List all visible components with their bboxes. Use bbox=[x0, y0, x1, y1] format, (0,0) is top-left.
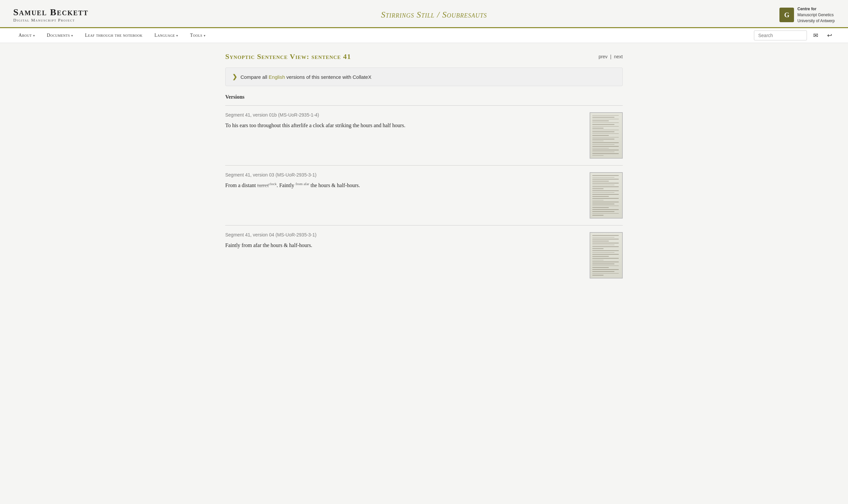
ms-line bbox=[592, 179, 619, 179]
ms-line bbox=[592, 175, 619, 176]
ms-line bbox=[592, 213, 619, 214]
version-text-2: From a distant turretclock. Faintly from… bbox=[225, 181, 583, 191]
ms-line bbox=[592, 275, 603, 275]
ms-line bbox=[592, 267, 609, 268]
version-strikethrough-turret: turret bbox=[257, 182, 269, 188]
main-nav: About ▾ Documents ▾ Leaf through the not… bbox=[0, 27, 848, 43]
ms-line bbox=[592, 191, 619, 191]
collatex-text: Compare all English versions of this sen… bbox=[241, 74, 371, 80]
ms-line bbox=[592, 128, 603, 128]
nav-sep: | bbox=[610, 54, 612, 59]
ms-line bbox=[592, 146, 619, 146]
ms-line bbox=[592, 239, 619, 239]
ms-line bbox=[592, 115, 619, 115]
ms-line bbox=[592, 144, 615, 145]
version-header-2: Segment 41, version 03 (MS-UoR-2935-3-1) bbox=[225, 172, 583, 178]
ms-page-3 bbox=[590, 233, 622, 278]
version-text-3: Faintly from afar the hours & half-hours… bbox=[225, 241, 583, 250]
manuscript-thumbnail-1[interactable] bbox=[590, 112, 623, 159]
version-text-3-content: Faintly from afar the hours & half-hours… bbox=[225, 242, 312, 248]
search-input[interactable] bbox=[754, 31, 807, 40]
ms-line bbox=[592, 183, 619, 183]
ms-page-2 bbox=[590, 173, 622, 218]
ms-line bbox=[592, 211, 615, 212]
ms-line bbox=[592, 200, 603, 201]
ms-line bbox=[592, 202, 619, 202]
ms-line bbox=[592, 186, 619, 187]
ms-line bbox=[592, 250, 619, 251]
ms-line bbox=[592, 150, 619, 150]
version-text-2-from: From a distant bbox=[225, 182, 257, 188]
ms-line bbox=[592, 155, 603, 156]
ms-line bbox=[592, 264, 615, 264]
ms-line bbox=[592, 252, 615, 253]
ms-line bbox=[592, 237, 615, 238]
ms-line bbox=[592, 142, 619, 143]
login-icon: ↩ bbox=[827, 32, 832, 39]
version-ms-ref-3: (MS-UoR-2935-3-1) bbox=[276, 232, 317, 237]
version-super-clock: clock bbox=[269, 182, 277, 186]
ms-line bbox=[592, 181, 609, 181]
ms-line bbox=[592, 248, 603, 249]
nav-right-area: ✉ ↩ bbox=[754, 30, 835, 41]
nav-language-arrow: ▾ bbox=[176, 34, 178, 37]
logo-char: G bbox=[784, 11, 790, 19]
ms-line bbox=[592, 241, 609, 241]
ms-line bbox=[592, 188, 603, 189]
nav-tools-label: Tools bbox=[190, 33, 202, 38]
versions-label: Versions bbox=[225, 94, 623, 100]
nav-tools-arrow: ▾ bbox=[204, 34, 206, 37]
page-title: Synoptic Sentence View: sentence 41 bbox=[225, 52, 351, 61]
version-ms-ref-1-inner: MS-UoR-2935-1-4 bbox=[280, 112, 317, 118]
version-content-1: Segment 41, version 01b (MS-UoR-2935-1-4… bbox=[225, 112, 583, 130]
ms-line bbox=[592, 256, 609, 257]
ms-line bbox=[592, 131, 615, 132]
ms-line bbox=[592, 119, 619, 119]
version-text-2-hours: the hours & half-hours. bbox=[310, 182, 360, 188]
prev-link[interactable]: prev bbox=[599, 54, 607, 59]
nav-language-label: Language bbox=[154, 33, 175, 38]
ms-page-1 bbox=[590, 113, 622, 158]
collatex-language-link[interactable]: English bbox=[269, 74, 285, 80]
manuscript-thumbnail-3[interactable] bbox=[590, 232, 623, 278]
institution-name-line1: Centre for bbox=[797, 6, 835, 12]
version-ms-ref-1: (MS-UoR-2935-1-4) bbox=[278, 112, 319, 118]
nav-leaf-label: Leaf through the notebook bbox=[85, 33, 142, 38]
ms-line bbox=[592, 254, 619, 255]
version-text-1: To his ears too throughout this afterlif… bbox=[225, 121, 583, 130]
ms-line bbox=[592, 135, 609, 136]
manuscript-thumbnail-2[interactable] bbox=[590, 172, 623, 219]
nav-tools[interactable]: Tools ▾ bbox=[185, 28, 211, 43]
institution-name-line2: Manuscript Genetics bbox=[797, 12, 835, 18]
ms-line bbox=[592, 141, 603, 141]
version-ms-ref-2: (MS-UoR-2935-3-1) bbox=[276, 172, 317, 178]
collatex-before: Compare all bbox=[241, 74, 269, 80]
institution-logo: G Centre for Manuscript Genetics Univers… bbox=[779, 6, 835, 24]
nav-documents-arrow: ▾ bbox=[71, 34, 73, 37]
version-block-2: Segment 41, version 03 (MS-UoR-2935-3-1)… bbox=[225, 165, 623, 225]
nav-leaf[interactable]: Leaf through the notebook bbox=[80, 28, 148, 43]
ms-line bbox=[592, 198, 619, 199]
ms-line bbox=[592, 152, 615, 152]
ms-line bbox=[592, 177, 615, 178]
ms-line bbox=[592, 260, 603, 260]
ms-line bbox=[592, 271, 615, 272]
ms-line bbox=[592, 273, 619, 274]
nav-documents-label: Documents bbox=[47, 33, 70, 38]
ms-line bbox=[592, 126, 619, 126]
institution-name-line3: University of Antwerp bbox=[797, 18, 835, 24]
ms-line bbox=[592, 148, 609, 148]
ms-line bbox=[592, 137, 619, 138]
ms-line bbox=[592, 205, 619, 206]
ms-line bbox=[592, 124, 615, 125]
site-subtitle: Digital Manuscript Project bbox=[13, 18, 88, 23]
login-icon-button[interactable]: ↩ bbox=[824, 30, 835, 41]
next-link[interactable]: next bbox=[614, 54, 623, 59]
nav-documents[interactable]: Documents ▾ bbox=[41, 28, 78, 43]
nav-about[interactable]: About ▾ bbox=[13, 28, 40, 43]
version-text-2-faintly: . Faintly bbox=[277, 182, 296, 188]
nav-language[interactable]: Language ▾ bbox=[149, 28, 183, 43]
project-title: Stirrings Still / Soubresauts bbox=[381, 10, 487, 20]
mail-icon-button[interactable]: ✉ bbox=[810, 30, 821, 41]
version-block-3: Segment 41, version 04 (MS-UoR-2935-3-1)… bbox=[225, 225, 623, 285]
